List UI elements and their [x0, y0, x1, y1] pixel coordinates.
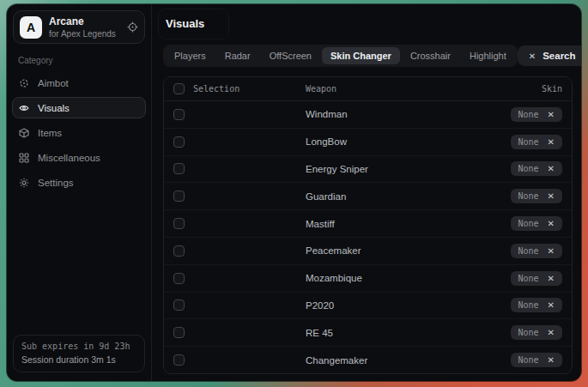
- tab-highlight[interactable]: Highlight: [461, 47, 515, 64]
- toolbar: PlayersRadarOffScreenSkin ChangerCrossha…: [163, 45, 573, 67]
- weapon-name: Windman: [306, 109, 348, 119]
- skin-value: None: [518, 246, 539, 256]
- sidebar-item-aimbot[interactable]: Aimbot: [12, 72, 146, 94]
- tab-offscreen[interactable]: OffScreen: [261, 47, 320, 64]
- row-checkbox[interactable]: [173, 218, 185, 229]
- session-duration-text: Session duration 3m 1s: [21, 354, 136, 365]
- sidebar-item-settings[interactable]: Settings: [12, 172, 146, 193]
- sidebar-nav: Aimbot Visuals: [12, 72, 146, 193]
- skin-value: None: [518, 164, 539, 173]
- table-row: Windman None ✕: [164, 101, 572, 129]
- skin-value: None: [518, 328, 539, 337]
- weapon-name: P2020: [306, 300, 334, 311]
- sidebar-item-label: Items: [38, 128, 62, 138]
- clear-skin-icon[interactable]: ✕: [548, 355, 555, 365]
- skin-select-chip[interactable]: None ✕: [511, 135, 562, 149]
- clear-skin-icon[interactable]: ✕: [548, 328, 555, 337]
- weapon-name: LongBow: [306, 136, 347, 147]
- crosshair-icon: [19, 78, 30, 88]
- table-row: Changemaker None ✕: [164, 347, 572, 373]
- app-logo: A: [20, 16, 42, 39]
- clear-skin-icon[interactable]: ✕: [548, 191, 555, 201]
- weapon-name: Mozambique: [306, 273, 362, 283]
- skin-select-chip[interactable]: None ✕: [511, 244, 562, 258]
- search-icon: ✕: [529, 51, 536, 61]
- column-header-skin: Skin: [542, 84, 562, 94]
- skin-select-chip[interactable]: None ✕: [511, 161, 562, 176]
- skin-value: None: [518, 191, 539, 201]
- table-row: LongBow None ✕: [164, 129, 572, 156]
- tab-players[interactable]: Players: [166, 47, 215, 64]
- tab-crosshair[interactable]: Crosshair: [402, 47, 459, 64]
- sidebar-item-miscellaneous[interactable]: Miscellaneous: [12, 147, 146, 168]
- row-checkbox[interactable]: [173, 273, 185, 284]
- table-row: Peacemaker None ✕: [164, 238, 572, 265]
- row-checkbox[interactable]: [173, 109, 185, 120]
- sidebar-item-label: Aimbot: [38, 78, 69, 88]
- category-label: Category: [18, 56, 140, 65]
- row-checkbox[interactable]: [173, 327, 185, 338]
- skin-value: None: [518, 274, 539, 283]
- table-row: Guardian None ✕: [164, 183, 572, 210]
- eye-icon: [19, 103, 30, 113]
- table-row: P2020 None ✕: [164, 293, 572, 320]
- sidebar-item-label: Settings: [38, 178, 74, 188]
- tab-bar: PlayersRadarOffScreenSkin ChangerCrossha…: [163, 45, 518, 67]
- table-body: Windman None ✕ LongBow None ✕: [164, 101, 572, 373]
- weapon-name: Guardian: [306, 191, 346, 202]
- skin-select-chip[interactable]: None ✕: [511, 271, 562, 286]
- brand-text: Arcane for Apex Legends: [49, 15, 116, 39]
- sidebar-item-label: Miscellaneous: [38, 153, 100, 163]
- app-subtitle: for Apex Legends: [49, 29, 116, 39]
- table-row: Energy Sniper None ✕: [164, 156, 572, 184]
- skin-value: None: [518, 219, 539, 228]
- weapon-name: Mastiff: [306, 219, 335, 229]
- row-checkbox[interactable]: [173, 163, 185, 174]
- column-header-weapon: Weapon: [306, 84, 336, 94]
- select-all-checkbox[interactable]: [173, 83, 185, 94]
- skin-value: None: [518, 300, 539, 310]
- brand-card: A Arcane for Apex Legends: [13, 10, 145, 44]
- clear-skin-icon[interactable]: ✕: [548, 246, 555, 256]
- skin-select-chip[interactable]: None ✕: [511, 189, 562, 203]
- search-button[interactable]: ✕ Search: [518, 45, 581, 66]
- tab-skin-changer[interactable]: Skin Changer: [322, 47, 400, 64]
- session-info-card: Sub expires in 9d 23h Session duration 3…: [13, 335, 145, 372]
- sidebar-item-visuals[interactable]: Visuals: [12, 97, 146, 118]
- sidebar-item-label: Visuals: [38, 103, 70, 113]
- clear-skin-icon[interactable]: ✕: [548, 110, 555, 119]
- table-row: Mozambique None ✕: [164, 265, 572, 293]
- row-checkbox[interactable]: [173, 190, 185, 202]
- row-checkbox[interactable]: [173, 136, 185, 148]
- clear-skin-icon[interactable]: ✕: [548, 274, 555, 283]
- row-checkbox[interactable]: [173, 245, 185, 257]
- weapon-name: Changemaker: [306, 355, 367, 366]
- skin-value: None: [518, 355, 539, 365]
- clear-skin-icon[interactable]: ✕: [548, 219, 555, 228]
- table-row: RE 45 None ✕: [164, 319, 572, 347]
- clear-skin-icon[interactable]: ✕: [548, 300, 555, 310]
- skin-select-chip[interactable]: None ✕: [511, 216, 562, 231]
- row-checkbox[interactable]: [173, 299, 185, 311]
- table-header: Selection Weapon Skin: [164, 77, 572, 101]
- column-header-selection: Selection: [193, 84, 239, 94]
- clear-skin-icon[interactable]: ✕: [548, 164, 555, 173]
- skin-select-chip[interactable]: None ✕: [511, 298, 562, 312]
- main-content: Visuals PlayersRadarOffScreenSkin Change…: [152, 4, 581, 381]
- clear-skin-icon[interactable]: ✕: [548, 137, 555, 147]
- skin-select-chip[interactable]: None ✕: [511, 325, 562, 340]
- target-icon[interactable]: [127, 21, 138, 33]
- sidebar: A Arcane for Apex Legends Category: [7, 4, 152, 381]
- sidebar-item-items[interactable]: Items: [12, 122, 146, 143]
- skin-value: None: [518, 137, 539, 147]
- row-checkbox[interactable]: [173, 354, 185, 366]
- search-button-label: Search: [543, 51, 575, 61]
- table-row: Mastiff None ✕: [164, 210, 572, 238]
- tab-radar[interactable]: Radar: [216, 47, 259, 64]
- weapon-name: Peacemaker: [306, 245, 361, 256]
- gear-icon: [19, 178, 30, 188]
- app-name: Arcane: [49, 15, 116, 27]
- sub-expiry-text: Sub expires in 9d 23h: [21, 342, 136, 351]
- skin-select-chip[interactable]: None ✕: [511, 353, 562, 367]
- skin-select-chip[interactable]: None ✕: [511, 107, 562, 122]
